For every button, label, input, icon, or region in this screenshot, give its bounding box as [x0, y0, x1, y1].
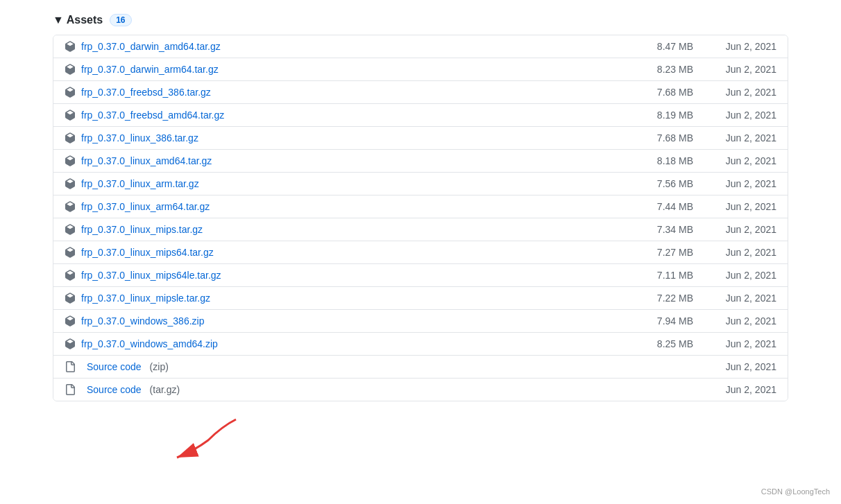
- asset-name-cell: frp_0.37.0_windows_amd64.zip: [65, 338, 610, 349]
- package-icon: [65, 132, 76, 144]
- asset-name-cell: Source code (tar.gz): [65, 384, 610, 395]
- package-icon: [65, 270, 76, 281]
- asset-name-cell: Source code (zip): [65, 361, 610, 372]
- package-icon: [65, 110, 76, 121]
- asset-link[interactable]: frp_0.37.0_darwin_arm64.tar.gz: [81, 64, 219, 75]
- package-icon: [65, 224, 76, 235]
- assets-table: frp_0.37.0_darwin_amd64.tar.gz 8.47 MB J…: [53, 35, 788, 401]
- asset-link[interactable]: frp_0.37.0_linux_mips64.tar.gz: [81, 247, 214, 258]
- asset-row: frp_0.37.0_linux_mipsle.tar.gz 7.22 MB J…: [53, 287, 788, 310]
- asset-link[interactable]: frp_0.37.0_linux_386.tar.gz: [81, 132, 198, 144]
- asset-row: frp_0.37.0_windows_386.zip 7.94 MB Jun 2…: [53, 310, 788, 333]
- asset-name-cell: frp_0.37.0_freebsd_amd64.tar.gz: [65, 110, 610, 121]
- source-code-link[interactable]: Source code: [87, 361, 142, 372]
- asset-date: Jun 2, 2021: [693, 41, 776, 52]
- asset-date: Jun 2, 2021: [693, 338, 776, 349]
- source-format: (zip): [150, 361, 169, 372]
- asset-size: 7.34 MB: [610, 224, 693, 235]
- asset-name-cell: frp_0.37.0_linux_arm64.tar.gz: [65, 201, 610, 212]
- asset-size: 7.68 MB: [610, 87, 693, 98]
- asset-size: 7.68 MB: [610, 132, 693, 144]
- package-icon: [65, 155, 76, 166]
- asset-row: frp_0.37.0_linux_arm64.tar.gz 7.44 MB Ju…: [53, 195, 788, 218]
- asset-date: Jun 2, 2021: [693, 384, 776, 395]
- asset-date: Jun 2, 2021: [693, 315, 776, 327]
- assets-count-badge: 16: [110, 14, 131, 26]
- asset-link[interactable]: frp_0.37.0_darwin_amd64.tar.gz: [81, 41, 221, 52]
- assets-toggle[interactable]: ▼ Assets: [53, 14, 103, 26]
- asset-row: frp_0.37.0_darwin_arm64.tar.gz 8.23 MB J…: [53, 58, 788, 81]
- asset-name-cell: frp_0.37.0_linux_mipsle.tar.gz: [65, 293, 610, 304]
- package-icon: [65, 338, 76, 349]
- asset-date: Jun 2, 2021: [693, 247, 776, 258]
- asset-row: frp_0.37.0_linux_mips64.tar.gz 7.27 MB J…: [53, 241, 788, 264]
- asset-row: frp_0.37.0_windows_amd64.zip 8.25 MB Jun…: [53, 333, 788, 356]
- asset-link[interactable]: frp_0.37.0_freebsd_386.tar.gz: [81, 87, 211, 98]
- asset-date: Jun 2, 2021: [693, 293, 776, 304]
- asset-size: 8.47 MB: [610, 41, 693, 52]
- source-code-link[interactable]: Source code: [87, 384, 142, 395]
- asset-link[interactable]: frp_0.37.0_linux_amd64.tar.gz: [81, 155, 212, 166]
- package-icon: [65, 293, 76, 304]
- package-icon: [65, 247, 76, 258]
- asset-link[interactable]: frp_0.37.0_linux_arm.tar.gz: [81, 178, 199, 189]
- asset-name-cell: frp_0.37.0_darwin_amd64.tar.gz: [65, 41, 610, 52]
- asset-size: 7.27 MB: [610, 247, 693, 258]
- asset-link[interactable]: frp_0.37.0_linux_mipsle.tar.gz: [81, 293, 210, 304]
- asset-link[interactable]: frp_0.37.0_freebsd_amd64.tar.gz: [81, 110, 224, 121]
- asset-name-cell: frp_0.37.0_linux_amd64.tar.gz: [65, 155, 610, 166]
- assets-header: ▼ Assets 16: [53, 14, 788, 26]
- asset-size: 7.94 MB: [610, 315, 693, 327]
- source-code-row: Source code (tar.gz) Jun 2, 2021: [53, 379, 788, 401]
- watermark: CSDN @LoongTech: [761, 487, 830, 496]
- asset-link[interactable]: frp_0.37.0_windows_386.zip: [81, 315, 204, 327]
- package-icon: [65, 64, 76, 75]
- asset-row: frp_0.37.0_linux_386.tar.gz 7.68 MB Jun …: [53, 127, 788, 150]
- package-icon: [65, 41, 76, 52]
- asset-name-cell: frp_0.37.0_linux_mips64le.tar.gz: [65, 270, 610, 281]
- source-code-icon: [65, 384, 76, 395]
- asset-date: Jun 2, 2021: [693, 201, 776, 212]
- asset-row: frp_0.37.0_linux_amd64.tar.gz 8.18 MB Ju…: [53, 150, 788, 173]
- package-icon: [65, 315, 76, 327]
- asset-date: Jun 2, 2021: [693, 224, 776, 235]
- asset-row: frp_0.37.0_darwin_amd64.tar.gz 8.47 MB J…: [53, 35, 788, 58]
- asset-size: 7.56 MB: [610, 178, 693, 189]
- asset-size: 8.23 MB: [610, 64, 693, 75]
- asset-link[interactable]: frp_0.37.0_linux_arm64.tar.gz: [81, 201, 210, 212]
- source-code-row: Source code (zip) Jun 2, 2021: [53, 356, 788, 379]
- asset-row: frp_0.37.0_freebsd_amd64.tar.gz 8.19 MB …: [53, 104, 788, 127]
- package-icon: [65, 201, 76, 212]
- source-format: (tar.gz): [150, 384, 180, 395]
- asset-date: Jun 2, 2021: [693, 64, 776, 75]
- asset-date: Jun 2, 2021: [693, 270, 776, 281]
- asset-name-cell: frp_0.37.0_linux_386.tar.gz: [65, 132, 610, 144]
- asset-row: frp_0.37.0_linux_mips.tar.gz 7.34 MB Jun…: [53, 218, 788, 241]
- asset-row: frp_0.37.0_freebsd_386.tar.gz 7.68 MB Ju…: [53, 81, 788, 104]
- asset-size: 7.11 MB: [610, 270, 693, 281]
- asset-name-cell: frp_0.37.0_freebsd_386.tar.gz: [65, 87, 610, 98]
- asset-name-cell: frp_0.37.0_darwin_arm64.tar.gz: [65, 64, 610, 75]
- asset-link[interactable]: frp_0.37.0_linux_mips.tar.gz: [81, 224, 203, 235]
- asset-link[interactable]: frp_0.37.0_windows_amd64.zip: [81, 338, 218, 349]
- asset-date: Jun 2, 2021: [693, 110, 776, 121]
- asset-name-cell: frp_0.37.0_linux_arm.tar.gz: [65, 178, 610, 189]
- asset-name-cell: frp_0.37.0_linux_mips64.tar.gz: [65, 247, 610, 258]
- asset-size: 7.22 MB: [610, 293, 693, 304]
- asset-size: 8.25 MB: [610, 338, 693, 349]
- asset-date: Jun 2, 2021: [693, 361, 776, 372]
- asset-date: Jun 2, 2021: [693, 87, 776, 98]
- asset-row: frp_0.37.0_linux_arm.tar.gz 7.56 MB Jun …: [53, 173, 788, 195]
- asset-size: 8.19 MB: [610, 110, 693, 121]
- asset-row: frp_0.37.0_linux_mips64le.tar.gz 7.11 MB…: [53, 264, 788, 287]
- package-icon: [65, 87, 76, 98]
- asset-name-cell: frp_0.37.0_windows_386.zip: [65, 315, 610, 327]
- asset-date: Jun 2, 2021: [693, 178, 776, 189]
- asset-link[interactable]: frp_0.37.0_linux_mips64le.tar.gz: [81, 270, 221, 281]
- asset-size: 8.18 MB: [610, 155, 693, 166]
- package-icon: [65, 178, 76, 189]
- asset-date: Jun 2, 2021: [693, 155, 776, 166]
- asset-date: Jun 2, 2021: [693, 132, 776, 144]
- asset-name-cell: frp_0.37.0_linux_mips.tar.gz: [65, 224, 610, 235]
- asset-size: 7.44 MB: [610, 201, 693, 212]
